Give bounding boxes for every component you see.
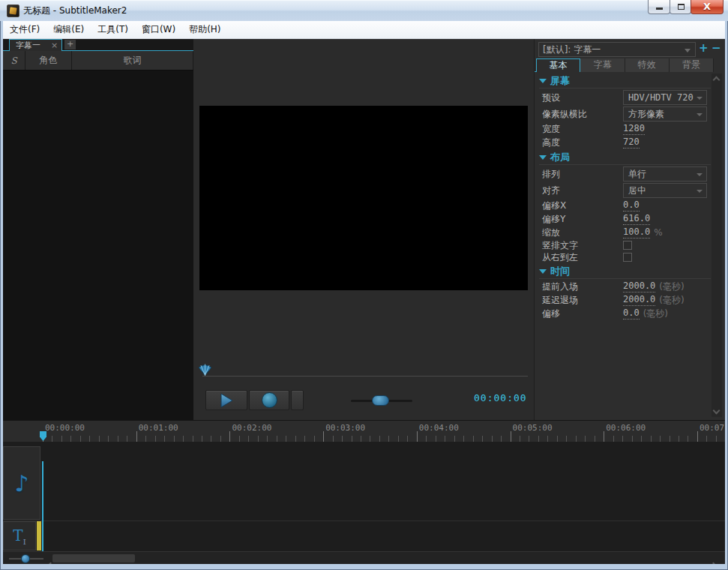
seek-line[interactable] (202, 376, 528, 376)
subtitle-target-combobox[interactable]: [默认]: 字幕一 (538, 42, 696, 57)
property-row-1-3: 偏移Y616.0 (535, 212, 714, 226)
property-dropdown[interactable]: 方形像素 (623, 106, 707, 122)
property-dropdown[interactable]: HDV/HDTV 720 (623, 90, 707, 105)
ruler-minor-tick (248, 436, 249, 442)
ruler-minor-tick (547, 436, 548, 442)
property-checkbox[interactable] (623, 241, 632, 250)
section-header-1[interactable]: 布局 (539, 151, 711, 165)
ruler-minor-tick (314, 436, 315, 442)
property-label: 缩放 (542, 226, 623, 239)
property-label: 偏移Y (542, 213, 623, 226)
section-header-2[interactable]: 时间 (539, 265, 711, 279)
property-value[interactable]: 2000.0 (623, 280, 655, 292)
tab-特效[interactable]: 特效 (625, 58, 670, 72)
chevron-down-icon (685, 49, 691, 52)
property-value[interactable]: 0.0 (623, 200, 640, 212)
gem-marker-icon[interactable] (198, 363, 212, 376)
app-icon (7, 4, 19, 17)
lyrics-table-body[interactable] (3, 70, 193, 419)
property-label: 像素纵横比 (542, 108, 623, 121)
close-tab-icon[interactable]: × (51, 40, 58, 50)
property-row-0-0: 预设HDV/HDTV 720 (535, 89, 714, 106)
ruler-minor-tick (379, 436, 380, 442)
ruler-minor-tick (61, 436, 62, 442)
menu-item-0[interactable]: 文件(F) (3, 21, 46, 38)
window-title: 无标题 - SubtitleMaker2 (23, 4, 127, 17)
scroll-up-icon[interactable] (713, 76, 721, 84)
ruler-minor-tick (660, 436, 661, 442)
property-dropdown[interactable]: 单行 (623, 166, 707, 182)
minimize-button[interactable] (648, 0, 670, 14)
ruler-minor-tick (585, 436, 586, 442)
tab-背景[interactable]: 背景 (670, 58, 714, 72)
property-label: 预设 (542, 92, 623, 104)
timeline-scrollbar-thumb[interactable] (52, 554, 135, 562)
volume-slider-handle[interactable] (372, 395, 389, 406)
ruler-minor-tick (436, 436, 436, 442)
ruler-minor-tick (463, 436, 464, 442)
ruler-major-tick (229, 431, 230, 442)
timeline-zoom-slider[interactable] (9, 552, 43, 564)
ruler-minor-tick (426, 436, 427, 442)
ruler-minor-tick (286, 436, 286, 442)
menu-item-2[interactable]: 工具(T) (91, 21, 135, 38)
menu-item-4[interactable]: 帮助(H) (182, 21, 227, 38)
close-icon: X (691, 1, 723, 12)
property-row-1-0: 排列单行 (535, 166, 714, 182)
property-value[interactable]: 1280 (623, 123, 645, 135)
add-subtitle-tab-button[interactable]: + (64, 40, 76, 50)
ruler-minor-tick (538, 436, 539, 442)
menu-bar: 文件(F)编辑(E)工具(T)窗口(W)帮助(H) (3, 21, 725, 39)
time-display: 00:00:00 (474, 392, 527, 404)
add-subtitle-button[interactable]: + (699, 41, 709, 55)
text-track-header[interactable]: TI (3, 521, 36, 550)
scroll-right-button[interactable] (711, 555, 718, 562)
text-track-selection-bar (37, 521, 41, 550)
column-header-1: 角色 (25, 51, 72, 70)
ruler-minor-tick (108, 436, 109, 442)
property-row-1-1: 对齐居中 (535, 182, 714, 199)
tab-基本[interactable]: 基本 (536, 58, 580, 72)
tab-字幕[interactable]: 字幕 (580, 58, 625, 72)
properties-tab-row: 基本字幕特效背景 (535, 58, 714, 72)
ruler-minor-tick (520, 436, 520, 442)
property-dropdown[interactable]: 居中 (623, 183, 707, 198)
ruler-minor-tick (342, 436, 343, 442)
property-value[interactable]: 2000.0 (623, 294, 655, 306)
property-value[interactable]: 0.0 (623, 308, 640, 320)
menu-item-1[interactable]: 编辑(E) (46, 21, 91, 38)
section-header-0[interactable]: 屏幕 (539, 74, 711, 88)
timeline-ruler[interactable]: 00:00:0000:01:0000:02:0000:03:0000:04:00… (3, 421, 725, 442)
play-button[interactable] (205, 390, 247, 410)
properties-scrollbar[interactable] (712, 74, 722, 417)
property-row-0-2: 宽度1280 (535, 122, 714, 136)
scroll-down-icon[interactable] (713, 407, 721, 415)
ruler-minor-tick (482, 436, 483, 442)
volume-slider[interactable] (351, 392, 412, 410)
property-value[interactable]: 100.0 (623, 226, 650, 238)
maximize-button[interactable] (670, 0, 691, 14)
timeline-scroll-row (3, 551, 725, 564)
properties-panel: [默认]: 字幕一 + − 基本字幕特效背景 屏幕预设HDV/HDTV 720像… (534, 39, 725, 420)
close-button[interactable]: X (691, 0, 724, 14)
ruler-minor-tick (576, 436, 577, 442)
music-note-icon: ♪ (14, 470, 28, 496)
minimize-icon (656, 8, 663, 10)
timeline-tracks[interactable]: ♪ TI (3, 442, 725, 551)
property-row-2-0: 提前入场2000.0(毫秒) (535, 280, 714, 293)
property-value[interactable]: 616.0 (623, 213, 650, 225)
subtitle-tab[interactable]: 字幕一× (9, 39, 62, 51)
record-button[interactable] (249, 390, 289, 410)
menu-item-3[interactable]: 窗口(W) (135, 21, 182, 38)
ruler-minor-tick (183, 436, 184, 442)
playhead-line[interactable] (42, 461, 43, 564)
audio-track-header[interactable]: ♪ (3, 446, 40, 520)
property-value[interactable]: 720 (623, 136, 640, 148)
property-row-1-6: 从右到左 (535, 251, 714, 263)
video-preview (199, 106, 528, 290)
remove-subtitle-button[interactable]: − (712, 41, 721, 55)
zoom-slider-handle[interactable] (21, 554, 30, 563)
property-label: 宽度 (542, 123, 623, 136)
property-checkbox[interactable] (623, 253, 632, 262)
extra-transport-button[interactable] (291, 390, 304, 410)
